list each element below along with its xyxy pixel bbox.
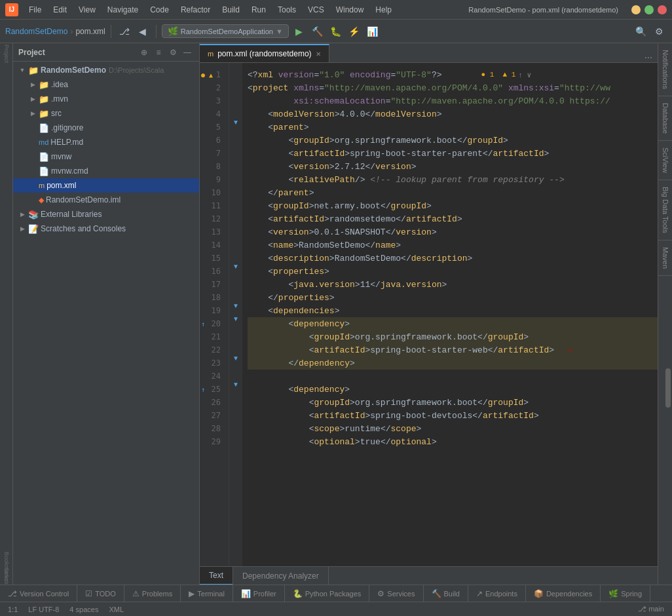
status-indent[interactable]: 4 spaces [67, 606, 101, 613]
bottom-editor-tabs: Text Dependency Analyzer [200, 566, 658, 585]
status-lang[interactable]: XML [106, 606, 126, 613]
line-num-2: 2 [200, 81, 223, 94]
tab-text[interactable]: Text [200, 567, 233, 585]
breadcrumb: RandomSetDemo › pom.xml [5, 27, 105, 36]
fold-23[interactable]: ▼ [229, 351, 242, 364]
tree-item-extlibs[interactable]: ▶ 📚 External Libraries [13, 207, 199, 221]
fold-5[interactable]: ▼ [229, 115, 242, 128]
bottom-tab-profiler[interactable]: 📊 Profiler [233, 585, 285, 602]
fold-12 [229, 207, 242, 220]
status-encoding[interactable]: LF UTF-8 [26, 606, 62, 613]
fold-13 [229, 220, 242, 233]
fold-19[interactable]: ▼ [229, 299, 242, 312]
menu-code[interactable]: Code [145, 4, 174, 16]
build-button[interactable]: 🔨 [310, 24, 326, 39]
pomxml-icon: m [39, 182, 45, 189]
menu-file[interactable]: File [24, 4, 47, 16]
right-tab-bigdata[interactable]: Big Data Tools [658, 180, 672, 241]
bottom-tab-endpoints[interactable]: ↗ Endpoints [468, 585, 526, 602]
bottom-tab-terminal[interactable]: ▶ Terminal [181, 585, 233, 602]
bottom-tab-versioncontrol[interactable]: ⎇ Version Control [0, 585, 77, 602]
search-everywhere-button[interactable]: 🔍 [633, 24, 648, 39]
status-position[interactable]: 1:1 [5, 606, 20, 613]
tree-item-scratches[interactable]: ▶ 📝 Scratches and Consoles [13, 221, 199, 236]
bottom-tab-dependencies[interactable]: 📦 Dependencies [526, 585, 601, 602]
panel-add-icon[interactable]: ⊕ [138, 46, 151, 59]
git-icon[interactable]: ⎇ [117, 24, 132, 39]
line-num-22: 22 [200, 343, 223, 356]
breadcrumb-project[interactable]: RandomSetDemo [5, 27, 67, 36]
tree-item-help[interactable]: md HELP.md [13, 135, 199, 149]
fold-16[interactable]: ▼ [229, 260, 242, 273]
tree-item-src[interactable]: ▶ 📁 src [13, 106, 199, 121]
project-icon[interactable]: Project [1, 48, 12, 59]
right-tab-notifications[interactable]: Notifications [658, 43, 672, 96]
menu-tools[interactable]: Tools [272, 4, 301, 16]
maximize-button[interactable] [644, 5, 654, 14]
spring-icon: 🌿 [608, 589, 618, 598]
panel-gear-icon[interactable]: ⚙ [166, 46, 179, 59]
menu-bar: File Edit View Navigate Code Refactor Bu… [24, 4, 468, 16]
line-num-7: 7 [200, 147, 223, 160]
structure-icon[interactable]: Structure [1, 574, 12, 585]
bottom-tab-build[interactable]: 🔨 Build [424, 585, 468, 602]
back-icon[interactable]: ◀ [135, 24, 151, 39]
settings-button[interactable]: ⚙ [651, 24, 667, 39]
tree-item-root[interactable]: ▼ 📁 RandomSetDemo D:\Projects\Scala [13, 63, 199, 77]
tree-item-gitignore[interactable]: 📄 .gitignore [13, 121, 199, 135]
tree-item-idea[interactable]: ▶ 📁 .idea [13, 77, 199, 92]
bottom-tab-spring[interactable]: 🌿 Spring [601, 585, 650, 602]
menu-view[interactable]: View [73, 4, 101, 16]
tab-close-button[interactable]: ✕ [316, 50, 321, 58]
minimize-button[interactable] [631, 5, 641, 14]
debug-button[interactable]: 🐛 [328, 24, 344, 39]
tab-more-button[interactable]: ⋯ [639, 53, 658, 62]
menu-help[interactable]: Help [370, 4, 397, 16]
right-tab-maven[interactable]: Maven [658, 241, 672, 276]
code-line-13: <version>0.0.1-SNAPSHOT</version> [248, 225, 658, 239]
tab-dependency-analyzer[interactable]: Dependency Analyzer [233, 567, 329, 585]
tree-item-iml[interactable]: ◆ RandomSetDemo.iml [13, 193, 199, 207]
scratches-icon: 📝 [28, 224, 39, 234]
status-bar: 1:1 LF UTF-8 4 spaces XML ⎇ main [0, 602, 672, 616]
editor-scrollbar-thumb[interactable] [665, 368, 671, 408]
status-git[interactable]: ⎇ main [635, 605, 667, 613]
bottom-tab-todo[interactable]: ☑ TODO [77, 585, 124, 602]
mvnwcmd-icon: 📄 [39, 166, 49, 176]
menu-run[interactable]: Run [246, 4, 271, 16]
panel-close-icon[interactable]: — [181, 46, 194, 59]
gitignore-icon: 📄 [39, 123, 49, 133]
fold-2 [229, 76, 242, 89]
fold-25[interactable]: ▼ [229, 377, 242, 391]
menu-navigate[interactable]: Navigate [102, 4, 143, 16]
tree-item-mvnwcmd[interactable]: 📄 mvnw.cmd [13, 164, 199, 178]
run-config-selector[interactable]: 🌿 RandomSetDemoApplication ▼ [162, 24, 289, 38]
code-line-17: <java.version>11</java.version> [248, 278, 658, 291]
close-button[interactable] [658, 5, 667, 14]
code-content[interactable]: <?xml version="1.0" encoding="UTF-8" ?> … [242, 63, 658, 566]
bottom-tab-services[interactable]: ⚙ Services [369, 585, 423, 602]
run-button[interactable]: ▶ [291, 24, 307, 39]
tree-item-mvnw[interactable]: 📄 mvnw [13, 149, 199, 164]
terminal-icon: ▶ [189, 589, 195, 598]
tree-label-scratches: Scratches and Consoles [41, 224, 126, 233]
tree-item-pomxml[interactable]: m pom.xml [13, 178, 199, 193]
bottom-tab-pythonpackages[interactable]: 🐍 Python Packages [285, 585, 370, 602]
editor-tab-pomxml[interactable]: m pom.xml (randomsetdemo) ✕ [200, 44, 329, 62]
menu-edit[interactable]: Edit [48, 4, 72, 16]
tree-item-mvn[interactable]: ▶ 📁 .mvn [13, 92, 199, 106]
menu-build[interactable]: Build [217, 4, 245, 16]
code-line-23: </dependency> [248, 356, 658, 370]
breadcrumb-file[interactable]: pom.xml [75, 27, 105, 36]
coverage-button[interactable]: ⚡ [346, 24, 362, 39]
menu-refactor[interactable]: Refactor [176, 4, 215, 16]
panel-collapse-icon[interactable]: ≡ [152, 46, 165, 59]
profile-button[interactable]: 📊 [365, 24, 381, 39]
bottom-tab-problems[interactable]: ⚠ Problems [124, 585, 181, 602]
menu-window[interactable]: Window [331, 4, 369, 16]
menu-vcs[interactable]: VCS [303, 4, 329, 16]
right-tab-sciview[interactable]: SciView [658, 141, 672, 180]
line-num-20: ↑ 20 [200, 317, 223, 330]
fold-20[interactable]: ▼ [229, 312, 242, 325]
right-tab-database[interactable]: Database [658, 96, 672, 141]
